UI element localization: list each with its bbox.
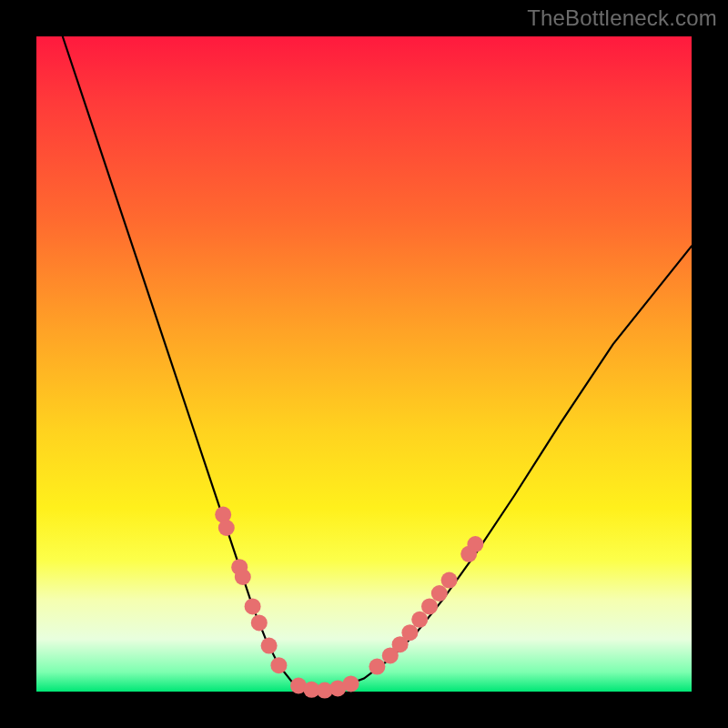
marker-dot	[411, 612, 428, 628]
marker-dot	[467, 536, 483, 552]
marker-dot	[369, 659, 385, 675]
marker-dot	[431, 585, 448, 602]
chart-frame: TheBottleneck.com	[0, 0, 728, 728]
marker-dot	[270, 657, 287, 673]
marker-dot	[343, 675, 359, 692]
marker-dot	[401, 624, 418, 641]
marker-dot	[441, 572, 458, 589]
marker-dot	[261, 638, 278, 654]
marker-dot	[218, 520, 235, 536]
marker-dot	[235, 569, 251, 585]
plot-area	[36, 36, 692, 692]
curve-layer	[36, 36, 692, 692]
marker-dot	[251, 614, 268, 631]
marker-dot	[245, 598, 261, 614]
bottleneck-curve	[63, 36, 692, 692]
marker-dot	[421, 598, 438, 614]
marker-dots	[215, 507, 483, 699]
watermark-text: TheBottleneck.com	[527, 5, 717, 31]
